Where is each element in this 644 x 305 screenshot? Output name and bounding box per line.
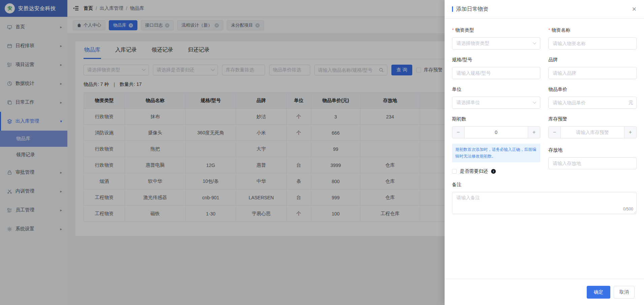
material-type-select[interactable]: 请选择物资类型 <box>452 37 540 49</box>
initial-count-note: 期初数首次添加时，请务必输入正确，后面编辑时无法修改期初数。 <box>452 144 540 162</box>
title-accent-bar <box>452 6 453 12</box>
stock-warning-input[interactable] <box>561 127 624 138</box>
field-label: 物资类型 <box>455 27 474 33</box>
stock-warning-field: 库存预警 − + <box>548 116 637 138</box>
remark-textarea[interactable] <box>452 192 637 214</box>
note-and-checkbox: 期初数首次添加时，请务必输入正确，后面编辑时无法修改期初数。 是否需要归还 i <box>452 138 540 174</box>
spec-field: 规格/型号 <box>452 57 540 79</box>
unit-field: 单位 请选择单位 <box>452 87 540 109</box>
chevron-down-icon <box>533 100 536 104</box>
unit-price-input[interactable] <box>548 97 637 109</box>
select-placeholder: 请选择物资类型 <box>456 40 489 46</box>
unit-price-field: 物品单价 元 <box>548 87 637 109</box>
decrease-button[interactable]: − <box>452 127 464 138</box>
add-material-drawer: 添加日常物资 ✕ *物资类型 请选择物资类型 *物资名称 规格/型号 <box>445 0 644 305</box>
material-name-input[interactable] <box>548 37 637 49</box>
checkbox-label: 是否需要归还 <box>460 168 488 174</box>
stock-warning-stepper: − + <box>548 126 637 138</box>
spec-input[interactable] <box>452 67 540 79</box>
increase-button[interactable]: + <box>528 127 540 138</box>
drawer-title: 添加日常物资 <box>456 6 488 13</box>
required-mark: * <box>548 27 550 33</box>
drawer-header: 添加日常物资 ✕ <box>445 0 644 19</box>
initial-count-stepper: − + <box>452 126 540 138</box>
field-label: 物资名称 <box>551 27 570 33</box>
brand-field: 品牌 <box>548 57 637 79</box>
remark-field: 备注 0/500 <box>452 182 637 214</box>
close-icon[interactable]: ✕ <box>632 6 637 12</box>
field-label: 单位 <box>452 87 461 93</box>
increase-button[interactable]: + <box>624 127 636 138</box>
field-label: 库存预警 <box>548 116 567 122</box>
field-label: 期初数 <box>452 116 466 122</box>
storage-location-field: 存放地 <box>548 147 637 169</box>
decrease-button[interactable]: − <box>549 127 561 138</box>
need-return-checkbox-row: 是否需要归还 i <box>452 168 540 174</box>
brand-input[interactable] <box>548 67 637 79</box>
field-label: 规格/型号 <box>452 57 472 63</box>
field-label: 存放地 <box>548 147 562 153</box>
drawer-footer: 确定 取消 <box>445 279 644 305</box>
unit-select[interactable]: 请选择单位 <box>452 97 540 109</box>
material-name-field: *物资名称 <box>548 27 637 49</box>
required-mark: * <box>452 27 454 33</box>
select-placeholder: 请选择单位 <box>456 100 480 106</box>
checkbox[interactable] <box>452 169 457 174</box>
info-icon: i <box>491 169 496 174</box>
currency-unit-suffix: 元 <box>629 97 633 109</box>
material-type-field: *物资类型 请选择物资类型 <box>452 27 540 49</box>
initial-count-input[interactable] <box>464 127 528 138</box>
field-label: 备注 <box>452 182 461 188</box>
field-label: 品牌 <box>548 57 558 63</box>
field-label: 物品单价 <box>548 87 567 93</box>
char-counter: 0/500 <box>623 207 633 211</box>
cancel-button[interactable]: 取消 <box>614 286 635 299</box>
confirm-button[interactable]: 确定 <box>587 286 610 299</box>
storage-location-input[interactable] <box>548 157 637 169</box>
initial-count-field: 期初数 − + <box>452 116 540 138</box>
chevron-down-icon <box>533 41 536 44</box>
drawer-body: *物资类型 请选择物资类型 *物资名称 规格/型号 品牌 单位 <box>445 19 644 214</box>
